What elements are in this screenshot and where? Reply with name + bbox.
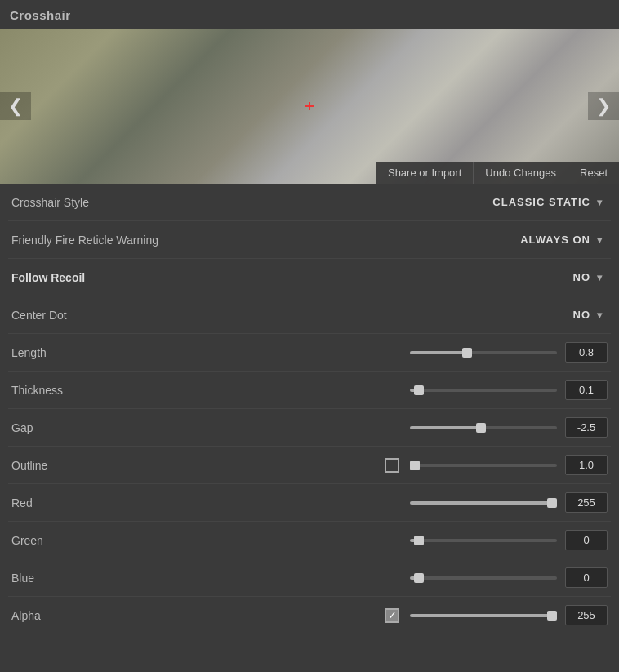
setting-control-center-dot: NO▾ [191, 305, 608, 324]
slider-length[interactable] [410, 351, 557, 354]
slider-wrapper-blue: 0 [191, 567, 608, 588]
dropdown-value-crosshair-style: CLASSIC STATIC [492, 196, 590, 208]
slider-wrapper-gap: -2.5 [191, 417, 608, 438]
preview-bg [0, 29, 619, 184]
value-box-alpha: 255 [565, 605, 608, 625]
setting-control-thickness: 0.1 [191, 380, 608, 400]
chevron-down-icon: ▾ [597, 197, 603, 208]
value-box-gap: -2.5 [565, 417, 608, 438]
setting-control-outline: 1.0 [191, 455, 608, 475]
checkbox-empty-icon [385, 458, 399, 473]
setting-row-follow-recoil: Follow RecoilNO▾ [8, 259, 611, 296]
slider-wrapper-outline: 1.0 [191, 455, 608, 475]
slider-blue[interactable] [410, 576, 557, 580]
prev-arrow[interactable]: ❮ [0, 92, 31, 120]
share-import-button[interactable]: Share or Import [376, 162, 473, 184]
setting-row-green: Green0 [8, 522, 611, 559]
checkbox-alpha[interactable]: ✓ [382, 606, 402, 625]
value-box-thickness: 0.1 [565, 380, 608, 400]
dropdown-center-dot[interactable]: NO▾ [568, 305, 608, 324]
setting-row-blue: Blue0 [8, 559, 611, 597]
setting-row-length: Length0.8 [8, 334, 611, 372]
preview-container: ❮ ❯ Share or Import Undo Changes Reset [0, 29, 619, 184]
chevron-down-icon: ▾ [597, 309, 603, 321]
checkbox-outline[interactable] [382, 456, 402, 475]
value-box-outline: 1.0 [565, 455, 608, 475]
next-arrow[interactable]: ❯ [588, 92, 619, 120]
setting-control-gap: -2.5 [191, 417, 608, 438]
setting-row-center-dot: Center DotNO▾ [8, 296, 611, 334]
page-title: Crosshair [0, 0, 619, 29]
slider-red[interactable] [410, 501, 557, 505]
setting-control-crosshair-style: CLASSIC STATIC▾ [191, 193, 608, 211]
setting-label-green: Green [11, 534, 191, 547]
crosshair-indicator [303, 100, 316, 113]
preview-buttons: Share or Import Undo Changes Reset [376, 162, 619, 184]
slider-outline[interactable] [410, 464, 557, 467]
chevron-down-icon: ▾ [597, 272, 603, 283]
dropdown-value-center-dot: NO [573, 309, 591, 321]
setting-row-friendly-fire: Friendly Fire Reticle WarningALWAYS ON▾ [8, 221, 611, 259]
setting-control-follow-recoil: NO▾ [191, 268, 608, 287]
slider-wrapper-thickness: 0.1 [191, 380, 608, 400]
setting-control-friendly-fire: ALWAYS ON▾ [191, 230, 608, 249]
dropdown-follow-recoil[interactable]: NO▾ [568, 268, 608, 287]
slider-wrapper-green: 0 [191, 530, 608, 550]
dropdown-value-follow-recoil: NO [573, 271, 591, 283]
setting-row-outline: Outline1.0 [8, 447, 611, 484]
setting-label-thickness: Thickness [11, 384, 191, 397]
dropdown-friendly-fire[interactable]: ALWAYS ON▾ [515, 230, 608, 249]
reset-button[interactable]: Reset [568, 162, 619, 184]
checkbox-checked-icon: ✓ [385, 608, 399, 623]
setting-row-red: Red255 [8, 484, 611, 522]
value-box-blue: 0 [565, 567, 608, 588]
setting-row-thickness: Thickness0.1 [8, 372, 611, 409]
setting-label-gap: Gap [11, 421, 191, 434]
value-box-green: 0 [565, 530, 608, 550]
slider-gap[interactable] [410, 426, 557, 429]
setting-label-alpha: Alpha [11, 609, 191, 622]
setting-row-crosshair-style: Crosshair StyleCLASSIC STATIC▾ [8, 184, 611, 221]
settings-section: Crosshair StyleCLASSIC STATIC▾Friendly F… [0, 184, 619, 634]
slider-wrapper-length: 0.8 [191, 342, 608, 363]
setting-label-length: Length [11, 346, 191, 359]
setting-control-blue: 0 [191, 567, 608, 588]
setting-label-outline: Outline [11, 459, 191, 472]
setting-label-center-dot: Center Dot [11, 309, 191, 322]
setting-label-follow-recoil: Follow Recoil [11, 271, 191, 284]
setting-label-red: Red [11, 496, 191, 510]
setting-label-crosshair-style: Crosshair Style [11, 196, 191, 209]
slider-alpha[interactable] [410, 614, 557, 617]
undo-changes-button[interactable]: Undo Changes [473, 162, 568, 184]
dropdown-value-friendly-fire: ALWAYS ON [520, 234, 590, 246]
setting-control-length: 0.8 [191, 342, 608, 363]
value-box-red: 255 [565, 492, 608, 513]
value-box-length: 0.8 [565, 342, 608, 363]
slider-green[interactable] [410, 539, 557, 542]
chevron-down-icon: ▾ [597, 234, 603, 246]
setting-control-red: 255 [191, 492, 608, 513]
dropdown-crosshair-style[interactable]: CLASSIC STATIC▾ [488, 193, 608, 211]
setting-label-friendly-fire: Friendly Fire Reticle Warning [11, 234, 191, 247]
slider-thickness[interactable] [410, 389, 557, 392]
slider-wrapper-red: 255 [191, 492, 608, 513]
setting-row-gap: Gap-2.5 [8, 409, 611, 447]
setting-label-blue: Blue [11, 572, 191, 585]
setting-row-alpha: Alpha✓255 [8, 597, 611, 634]
setting-control-green: 0 [191, 530, 608, 550]
setting-control-alpha: ✓255 [191, 605, 608, 625]
slider-wrapper-alpha: ✓255 [191, 605, 608, 625]
